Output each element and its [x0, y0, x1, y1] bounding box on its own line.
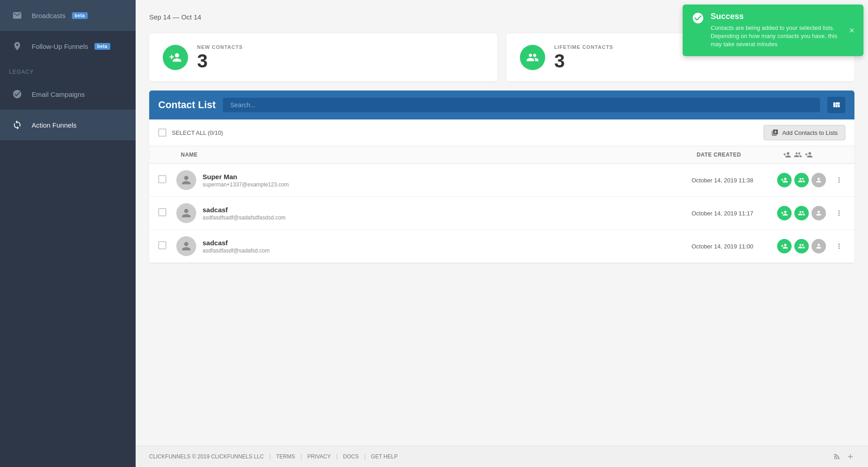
toast-message: Contacts are being added to your selecte…	[711, 24, 843, 49]
footer: CLICKFUNNELS © 2019 CLICKFUNNELS LLC | T…	[136, 446, 868, 467]
avatar-1	[176, 170, 196, 190]
add-contacts-to-lists-button[interactable]: Add Contacts to Lists	[764, 125, 845, 140]
contact-row-left-2: sadcasf asdfasdfsadf@sadafsdfasdsd.com	[176, 203, 673, 223]
select-all-label: SELECT ALL (0/10)	[172, 129, 223, 136]
contact-list-header: Contact List	[149, 91, 854, 119]
select-all-row: SELECT ALL (0/10) Add Contacts to Lists	[149, 119, 854, 146]
toast-close-button[interactable]: ×	[849, 12, 854, 49]
contact-email-1: superman+1337@example123.com	[203, 181, 289, 188]
new-contacts-value: 3	[197, 52, 243, 71]
followup-funnels-icon	[9, 38, 25, 54]
footer-link-privacy[interactable]: PRIVACY	[307, 453, 331, 460]
new-contacts-icon	[163, 45, 188, 70]
contact-email-3: asdfasdfasdf@sadafsd.com	[203, 248, 269, 254]
toast-body: Success Contacts are being added to your…	[711, 12, 843, 49]
footer-link-get-help[interactable]: GET HELP	[371, 453, 398, 460]
followup-funnels-label: Follow-Up Funnels	[32, 43, 88, 50]
th-name: NAME	[158, 152, 669, 158]
footer-right	[833, 453, 854, 461]
group-icon-1[interactable]	[794, 173, 809, 187]
lifetime-contacts-icon	[520, 45, 545, 70]
contact-date-1: October 14, 2019 11:38	[673, 177, 772, 184]
sidebar: Broadcasts beta Follow-Up Funnels beta L…	[0, 0, 136, 467]
contact-checkbox-2[interactable]	[158, 208, 166, 216]
legacy-section-label: Legacy	[0, 62, 136, 79]
contact-action-icons-3	[772, 239, 831, 253]
broadcasts-icon	[9, 7, 25, 24]
add-contact-icon-2[interactable]	[777, 206, 792, 220]
table-row: sadcasf asdfasdfsadf@sadafsdfasdsd.com O…	[149, 197, 854, 230]
contact-name-3: sadcasf	[203, 239, 269, 247]
profile-icon-1[interactable]	[811, 173, 826, 187]
table-row: Super Man superman+1337@example123.com O…	[149, 164, 854, 197]
table-row: sadcasf asdfasdfasdf@sadafsd.com October…	[149, 230, 854, 263]
group-icon-2[interactable]	[794, 206, 809, 220]
success-toast: Success Contacts are being added to your…	[683, 5, 863, 56]
action-funnels-icon	[9, 117, 25, 133]
rss-icon	[833, 453, 841, 461]
sidebar-item-action-funnels[interactable]: Action Funnels	[0, 110, 136, 140]
email-campaigns-icon	[9, 86, 25, 102]
main-content: Sep 14 — Oct 14 Download Contacts NEW CO…	[136, 0, 868, 467]
contact-name-2: sadcasf	[203, 206, 286, 214]
more-options-button-1[interactable]	[833, 174, 845, 186]
add-contact-icon-3[interactable]	[777, 239, 792, 253]
contact-name-1: Super Man	[203, 173, 289, 181]
table-header: NAME Date Created	[149, 146, 854, 164]
more-options-button-2[interactable]	[833, 207, 845, 219]
th-date-created: Date Created	[669, 152, 769, 158]
email-campaigns-label: Email Campaigns	[32, 91, 85, 98]
avatar-3	[176, 236, 196, 256]
contact-info-2: sadcasf asdfasdfsadf@sadafsdfasdsd.com	[203, 206, 286, 221]
contact-list-title: Contact List	[158, 99, 216, 111]
sidebar-item-followup-funnels[interactable]: Follow-Up Funnels beta	[0, 31, 136, 62]
profile-icon-3[interactable]	[811, 239, 826, 253]
contact-info-3: sadcasf asdfasdfasdf@sadafsd.com	[203, 239, 269, 254]
profile-icon-2[interactable]	[811, 206, 826, 220]
more-options-button-3[interactable]	[833, 240, 845, 253]
avatar-2	[176, 203, 196, 223]
columns-toggle-button[interactable]	[827, 97, 845, 113]
lifetime-contacts-label: LIFETIME CONTACTS	[554, 44, 613, 50]
lifetime-contacts-value: 3	[554, 52, 613, 71]
contact-checkbox-3[interactable]	[158, 241, 166, 249]
select-all-left: SELECT ALL (0/10)	[158, 129, 223, 137]
sidebar-item-broadcasts[interactable]: Broadcasts beta	[0, 0, 136, 31]
contact-list-section: Contact List SELECT ALL (0/10) Add Conta…	[149, 91, 854, 263]
toast-title: Success	[711, 12, 843, 21]
action-funnels-label: Action Funnels	[32, 121, 76, 129]
broadcasts-label: Broadcasts	[32, 12, 66, 19]
footer-link-terms[interactable]: TERMS	[276, 453, 295, 460]
contact-row-left-1: Super Man superman+1337@example123.com	[176, 170, 673, 190]
toast-success-icon	[692, 12, 704, 24]
contact-checkbox-1[interactable]	[158, 175, 166, 183]
contact-action-icons-2	[772, 206, 831, 220]
followup-funnels-beta-badge: beta	[94, 43, 110, 50]
contact-date-2: October 14, 2019 11:17	[673, 210, 772, 217]
sidebar-item-email-campaigns[interactable]: Email Campaigns	[0, 79, 136, 110]
contact-row-left-3: sadcasf asdfasdfasdf@sadafsd.com	[176, 236, 673, 256]
new-contacts-info: NEW CONTACTS 3	[197, 44, 243, 71]
add-contacts-label: Add Contacts to Lists	[782, 129, 838, 136]
date-range: Sep 14 — Oct 14	[149, 13, 201, 21]
contact-action-icons-1	[772, 173, 831, 187]
add-contact-icon-1[interactable]	[777, 173, 792, 187]
plus-icon[interactable]	[846, 453, 854, 461]
contact-date-3: October 14, 2019 11:00	[673, 243, 772, 250]
footer-link-docs[interactable]: DOCS	[343, 453, 359, 460]
new-contacts-card: NEW CONTACTS 3	[149, 33, 497, 81]
lifetime-contacts-info: LIFETIME CONTACTS 3	[554, 44, 613, 71]
select-all-checkbox[interactable]	[158, 129, 166, 137]
th-actions	[769, 151, 827, 159]
contact-email-2: asdfasdfsadf@sadafsdfasdsd.com	[203, 214, 286, 221]
contact-info-1: Super Man superman+1337@example123.com	[203, 173, 289, 188]
new-contacts-label: NEW CONTACTS	[197, 44, 243, 50]
footer-copyright: CLICKFUNNELS © 2019 CLICKFUNNELS LLC	[149, 453, 264, 460]
broadcasts-beta-badge: beta	[72, 12, 88, 19]
group-icon-3[interactable]	[794, 239, 809, 253]
footer-links: CLICKFUNNELS © 2019 CLICKFUNNELS LLC | T…	[149, 453, 398, 460]
contact-search-input[interactable]	[223, 98, 820, 112]
